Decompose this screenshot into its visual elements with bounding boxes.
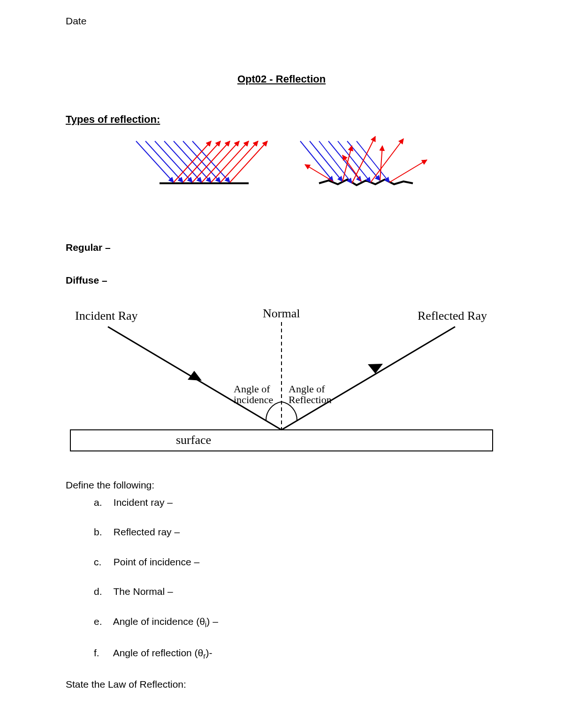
reflected-ray-label: Reflected Ray <box>418 309 487 323</box>
svg-line-28 <box>389 160 427 182</box>
definition-f: f. Angle of reflection (θr)- <box>94 646 497 661</box>
definition-text: The Normal – <box>113 586 173 597</box>
date-label: Date <box>66 14 497 28</box>
surface-label: surface <box>176 433 211 447</box>
definition-text: Reflected ray – <box>114 526 180 537</box>
svg-line-4 <box>164 141 202 182</box>
types-heading: Types of reflection: <box>66 113 497 127</box>
definition-c: c. Point of incidence – <box>94 555 497 569</box>
definitions-list: a. Incident ray – b. Reflected ray – c. … <box>94 495 497 661</box>
define-heading: Define the following: <box>66 478 497 492</box>
svg-line-1 <box>136 141 174 182</box>
types-of-reflection-figure <box>66 132 497 201</box>
definition-marker: b. <box>94 525 111 539</box>
svg-line-22 <box>305 165 333 181</box>
worksheet-page: Date Opt02 - Reflection Types of reflect… <box>0 0 563 728</box>
definition-a: a. Incident ray – <box>94 495 497 509</box>
svg-line-19 <box>338 141 371 182</box>
svg-line-21 <box>357 141 389 182</box>
angle-of-incidence-label-1: Angle of <box>234 383 270 395</box>
page-title: Opt02 - Reflection <box>66 72 497 87</box>
definition-marker: d. <box>94 585 111 598</box>
law-heading: State the Law of Reflection: <box>66 677 497 691</box>
normal-label: Normal <box>263 307 300 320</box>
definition-text: Point of incidence – <box>114 556 199 567</box>
reflection-types-svg <box>117 132 446 197</box>
definition-d: d. The Normal – <box>94 585 497 598</box>
definition-marker: e. <box>94 615 111 628</box>
svg-line-15 <box>300 141 333 181</box>
svg-line-11 <box>202 141 239 182</box>
law-of-reflection-svg: surface Normal Incident Ray Reflected Ra… <box>66 301 497 456</box>
definition-text-pre: Angle of incidence (θ <box>113 616 205 627</box>
definition-text-pre: Angle of reflection (θ <box>113 647 204 658</box>
definition-text-post: ) – <box>206 616 218 627</box>
diffuse-label: Diffuse – <box>66 273 497 287</box>
svg-line-12 <box>211 141 249 182</box>
definition-b: b. Reflected ray – <box>94 525 497 539</box>
svg-line-3 <box>155 141 192 182</box>
svg-rect-29 <box>70 430 493 451</box>
law-of-reflection-figure: surface Normal Incident Ray Reflected Ra… <box>66 301 497 459</box>
incident-ray-label: Incident Ray <box>75 309 138 323</box>
svg-line-26 <box>371 139 403 182</box>
svg-marker-34 <box>368 364 383 374</box>
svg-line-16 <box>310 141 342 181</box>
angle-of-reflection-label-1: Angle of <box>289 383 325 395</box>
svg-line-23 <box>342 146 352 181</box>
svg-line-13 <box>221 141 258 182</box>
definition-marker: f. <box>94 646 111 660</box>
svg-line-33 <box>282 327 455 430</box>
definition-e: e. Angle of incidence (θi) – <box>94 615 497 630</box>
definition-marker: a. <box>94 495 111 509</box>
definition-text: Incident ray – <box>114 497 173 508</box>
svg-line-27 <box>380 146 382 180</box>
angle-of-incidence-label-2: incidence <box>234 394 273 405</box>
regular-label: Regular – <box>66 240 497 254</box>
svg-line-2 <box>145 141 183 182</box>
definition-text-post: )- <box>206 647 213 658</box>
angle-of-reflection-label-2: Reflection <box>289 394 332 405</box>
definition-marker: c. <box>94 555 111 569</box>
svg-line-14 <box>230 141 267 182</box>
